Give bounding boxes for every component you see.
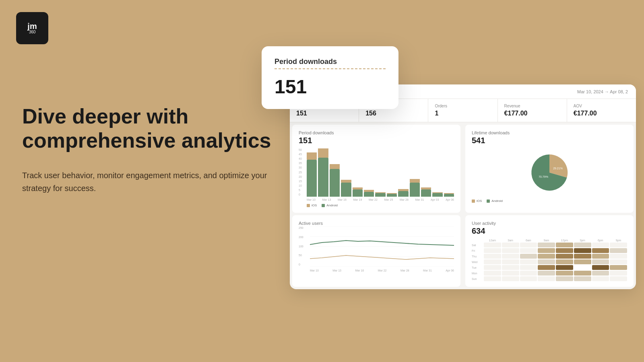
heatmap-cell (574, 271, 591, 276)
pie-android-label: 70.79% (539, 175, 548, 178)
line-chart-container: Mar 10 Mar 13 Mar 16 Mar 22 Mar 28 Mar 3… (310, 226, 454, 272)
heatmap-cell (592, 276, 609, 281)
heatmap-cell (592, 265, 609, 270)
heatmap-cell (520, 243, 537, 247)
heatmap-col-label: 6pm (592, 239, 609, 242)
bar-stacked (398, 189, 408, 197)
lifetime-downloads-title: Lifetime downloads (472, 130, 627, 135)
heatmap-cell (520, 271, 537, 276)
heatmap-cell (556, 265, 573, 270)
heatmap-cell (556, 276, 573, 281)
sub-text: Track user behavior, monitor engagement … (22, 169, 288, 195)
metric-label: Revenue (504, 104, 560, 108)
active-users-chart: Active users 050100200250 (292, 215, 460, 287)
user-activity-chart: User activity 634 12am3am6am9am12pm3pm6p… (465, 215, 634, 287)
bar-group (364, 148, 374, 197)
card-underline (275, 68, 386, 69)
line-beige (310, 255, 454, 259)
dash-header-date: Mar 10, 2024 → Apr 08, 2 (577, 89, 628, 94)
line-chart-area: 050100200250 Mar 10 (299, 226, 454, 272)
heatmap-container: 12am3am6am9am12pm3pm6pm9pmSatFriThuWedTu… (472, 239, 627, 281)
heatmap-cell (502, 276, 519, 281)
heatmap-cell (574, 254, 591, 259)
pie-ios-label: 29.21% (553, 167, 563, 170)
heatmap-col-label: 6am (520, 239, 537, 242)
bar-stacked (387, 193, 397, 197)
metric-value: 1 (435, 110, 491, 117)
legend-dot-ios-pie (472, 200, 475, 203)
heatmap-cell (538, 265, 555, 270)
heatmap-cell (520, 259, 537, 264)
pie-chart-svg: 29.21% 70.79% (527, 150, 572, 195)
heatmap-cell (538, 276, 555, 281)
heatmap-row-label: Wed (472, 259, 483, 264)
heatmap-row-label: Mon (472, 271, 483, 276)
heatmap-cell (502, 243, 519, 247)
legend-ios-pie: iOS (472, 199, 482, 203)
heatmap-cell (484, 243, 501, 247)
heatmap-cell (592, 243, 609, 247)
bar-group (410, 148, 420, 197)
metric-aov: AOV €177.00 (567, 99, 636, 122)
bar-stacked (341, 180, 351, 197)
heatmap-row-label: Tue (472, 265, 483, 270)
logo-text: jm 360 (27, 22, 37, 34)
bar-stacked (318, 148, 328, 197)
heatmap-cell (574, 243, 591, 247)
legend-android-pie: Android (487, 199, 503, 203)
heatmap-col-label: 12pm (556, 239, 573, 242)
heatmap-cell (538, 243, 555, 247)
bar-stacked (364, 190, 374, 197)
heatmap-cell (574, 259, 591, 264)
pie-legend: iOS Android (472, 199, 627, 203)
legend-android: Android (322, 204, 338, 207)
line-x-labels: Mar 10 Mar 13 Mar 16 Mar 22 Mar 28 Mar 3… (310, 269, 454, 272)
y-axis: 05101520253035404550 (299, 148, 305, 197)
bar-group (330, 148, 340, 197)
heatmap-cell (538, 259, 555, 264)
metric-revenue: Revenue €177.00 (498, 99, 567, 122)
card-value: 151 (275, 76, 386, 98)
bar-group (307, 148, 317, 197)
heatmap-cell (520, 254, 537, 259)
card-title: Period downloads (275, 58, 386, 66)
legend-ios: iOS (307, 204, 317, 207)
period-downloads-chart: Period downloads 151 0510152025303540455… (292, 125, 460, 213)
heatmap-cell (574, 248, 591, 253)
heatmap-cell (610, 248, 627, 253)
floating-card: Period downloads 151 (262, 46, 398, 109)
heatmap-cell (556, 271, 573, 276)
bar-group (432, 148, 442, 197)
bar-stacked (330, 164, 340, 197)
bar-stacked (353, 187, 363, 197)
bar-area: Mar 10 Mar 13 Mar 16 Mar 19 Mar 22 Mar 2… (307, 148, 454, 207)
heatmap-cell (538, 248, 555, 253)
active-users-title: Active users (299, 221, 454, 226)
bar-group (444, 148, 454, 197)
heatmap-cell (592, 254, 609, 259)
heatmap-row-label: Sun (472, 276, 483, 281)
heatmap-cell (610, 271, 627, 276)
dashboard: Orders Mar 10, 2024 → Apr 08, 2 Period d… (290, 84, 636, 289)
heatmap-cell (592, 271, 609, 276)
heatmap-cell (574, 276, 591, 281)
heatmap-cell (610, 243, 627, 247)
heatmap-cell (556, 243, 573, 247)
charts-grid-top: Period downloads 151 0510152025303540455… (290, 122, 636, 215)
legend-dot-android (322, 204, 325, 207)
heatmap-col-label: 9pm (610, 239, 627, 242)
bar-chart (307, 148, 454, 197)
line-chart-svg (310, 226, 454, 267)
metric-label: Orders (435, 104, 491, 108)
heatmap-col-label: 3am (502, 239, 519, 242)
y-axis-line: 050100200250 (299, 226, 308, 267)
heatmap-cell (502, 265, 519, 270)
heatmap-cell (538, 271, 555, 276)
user-activity-value: 634 (472, 226, 627, 236)
heatmap-cell (520, 265, 537, 270)
metric-value: €177.00 (574, 110, 630, 117)
heatmap-cell (520, 248, 537, 253)
heatmap-grid: 12am3am6am9am12pm3pm6pm9pmSatFriThuWedTu… (472, 239, 627, 281)
heatmap-cell (610, 265, 627, 270)
bar-group (398, 148, 408, 197)
